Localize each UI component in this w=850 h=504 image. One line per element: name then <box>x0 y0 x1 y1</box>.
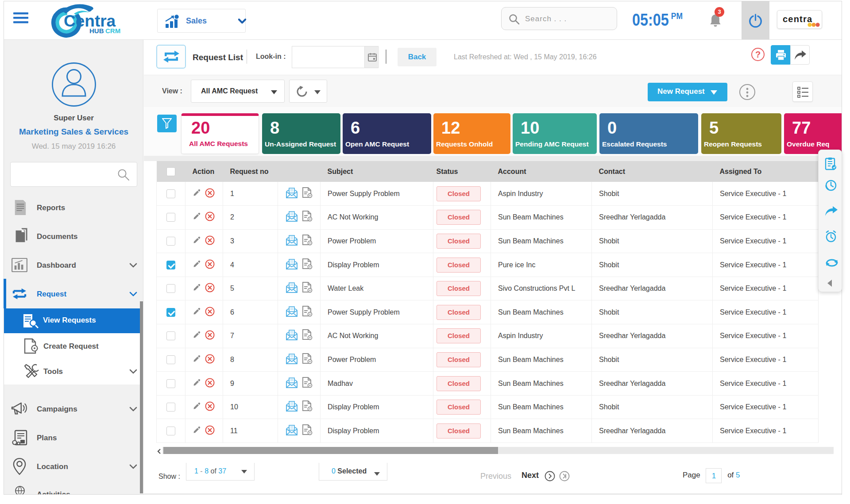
svg-text:HUB: HUB <box>89 27 104 35</box>
svg-text:centra: centra <box>783 14 812 24</box>
svg-text:CRM: CRM <box>105 27 120 35</box>
